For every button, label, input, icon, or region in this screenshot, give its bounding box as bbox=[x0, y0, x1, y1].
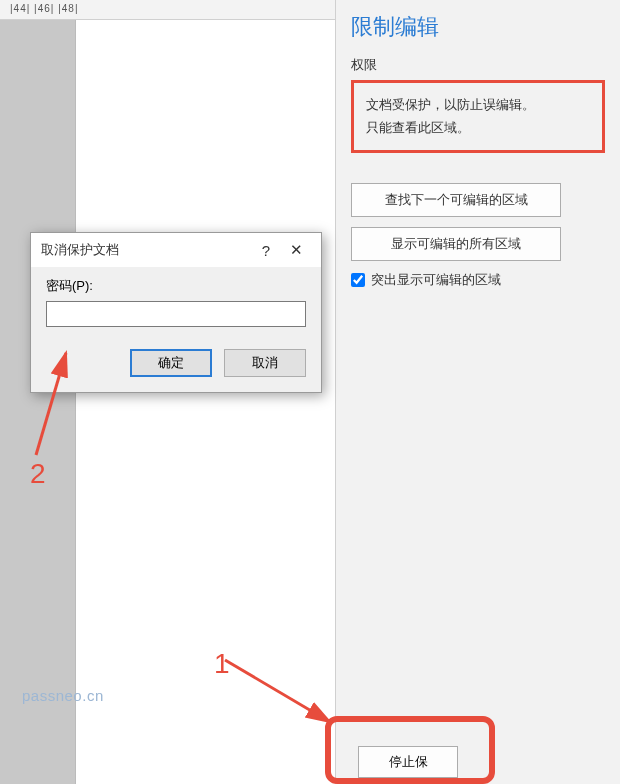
annotation-number-2: 2 bbox=[30, 458, 46, 490]
highlight-editable-checkbox-row[interactable]: 突出显示可编辑的区域 bbox=[351, 271, 605, 289]
dialog-actions: 确定 取消 bbox=[46, 349, 306, 377]
document-page bbox=[75, 20, 335, 784]
cancel-button[interactable]: 取消 bbox=[224, 349, 306, 377]
stop-protection-button[interactable]: 停止保 bbox=[358, 746, 458, 778]
unprotect-document-dialog: 取消保护文档 ? ✕ 密码(P): 确定 取消 bbox=[30, 232, 322, 393]
highlight-editable-checkbox[interactable] bbox=[351, 273, 365, 287]
permissions-label: 权限 bbox=[351, 56, 605, 74]
watermark: passneo.cn bbox=[22, 687, 104, 704]
find-next-editable-button[interactable]: 查找下一个可编辑的区域 bbox=[351, 183, 561, 217]
show-all-editable-button[interactable]: 显示可编辑的所有区域 bbox=[351, 227, 561, 261]
ok-button[interactable]: 确定 bbox=[130, 349, 212, 377]
protection-info-box: 文档受保护，以防止误编辑。 只能查看此区域。 bbox=[351, 80, 605, 153]
document-background bbox=[0, 20, 335, 784]
info-line: 只能查看此区域。 bbox=[366, 116, 590, 139]
info-line: 文档受保护，以防止误编辑。 bbox=[366, 93, 590, 116]
restrict-editing-panel: 限制编辑 权限 文档受保护，以防止误编辑。 只能查看此区域。 查找下一个可编辑的… bbox=[335, 0, 620, 784]
dialog-title-text: 取消保护文档 bbox=[41, 241, 251, 259]
dialog-body: 密码(P): 确定 取消 bbox=[31, 267, 321, 392]
checkbox-label: 突出显示可编辑的区域 bbox=[371, 271, 501, 289]
annotation-number-1: 1 bbox=[214, 648, 230, 680]
password-label: 密码(P): bbox=[46, 277, 306, 295]
ruler: |44| |46| |48| bbox=[0, 0, 335, 20]
close-icon[interactable]: ✕ bbox=[281, 241, 311, 259]
panel-title: 限制编辑 bbox=[351, 12, 605, 42]
password-input[interactable] bbox=[46, 301, 306, 327]
help-icon[interactable]: ? bbox=[251, 242, 281, 259]
dialog-titlebar: 取消保护文档 ? ✕ bbox=[31, 233, 321, 267]
